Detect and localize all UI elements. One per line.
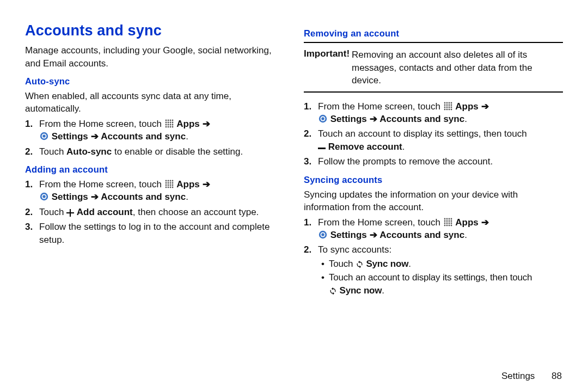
svg-point-20 <box>167 180 169 182</box>
apps-grid-icon <box>443 101 453 111</box>
heading-adding: Adding an account <box>25 163 284 176</box>
svg-point-5 <box>167 121 169 123</box>
svg-point-50 <box>444 108 445 110</box>
sync-icon <box>356 260 364 268</box>
svg-point-60 <box>448 218 450 219</box>
svg-point-46 <box>444 106 445 108</box>
step-text: Touch an account to display its settings… <box>329 272 532 283</box>
important-label: Important! <box>304 48 350 59</box>
svg-point-66 <box>444 222 445 224</box>
list-item: 1. From the Home screen, touch Apps ➔ Se… <box>318 100 563 126</box>
svg-point-18 <box>42 135 45 138</box>
accounts-label: Accounts and sync <box>379 230 464 240</box>
svg-point-2 <box>169 119 171 121</box>
svg-point-11 <box>171 124 173 125</box>
intro-text: Manage accounts, including your Google, … <box>25 44 284 70</box>
svg-point-19 <box>165 180 167 182</box>
list-item: 2. Touch Auto-sync to enable or disable … <box>39 145 284 158</box>
settings-gear-icon <box>318 230 328 240</box>
auto-sync-desc: When enabled, all accounts sync data at … <box>25 90 284 115</box>
svg-point-44 <box>448 104 450 106</box>
svg-point-30 <box>171 185 173 186</box>
svg-point-8 <box>165 124 167 125</box>
list-item: 2. Touch an account to display its setti… <box>318 127 563 153</box>
plus-icon <box>66 209 74 217</box>
svg-point-26 <box>171 182 173 184</box>
remove-account-label: Remove account <box>328 142 402 152</box>
settings-label: Settings <box>52 192 88 202</box>
arrow-icon: ➔ <box>203 119 210 129</box>
step-text: From the Home screen, touch <box>39 179 164 189</box>
heading-syncing: Syncing accounts <box>304 174 563 186</box>
settings-label: Settings <box>52 131 88 142</box>
svg-point-23 <box>165 182 167 184</box>
svg-point-43 <box>446 104 448 106</box>
svg-point-73 <box>450 224 452 226</box>
step-text: To sync accounts: <box>318 244 391 255</box>
svg-point-59 <box>446 218 448 219</box>
apps-grid-icon <box>443 217 453 227</box>
right-column: Removing an account Important! Removing … <box>304 21 563 299</box>
footer-page-number: 88 <box>552 371 562 381</box>
sync-icon <box>329 287 337 295</box>
list-item: 2. To sync accounts: Touch Sync now. Tou… <box>318 243 563 297</box>
svg-point-9 <box>167 124 169 125</box>
svg-point-61 <box>450 218 452 219</box>
svg-point-47 <box>446 106 448 108</box>
heading-removing: Removing an account <box>304 27 563 40</box>
apps-label: Apps <box>455 217 479 228</box>
list-item: 2. Touch Add account, then choose an acc… <box>39 206 284 218</box>
arrow-icon: ➔ <box>91 192 99 202</box>
svg-point-24 <box>167 182 169 184</box>
step-text: Follow the prompts to remove the account… <box>318 156 493 167</box>
accounts-label: Accounts and sync <box>101 192 186 202</box>
svg-point-33 <box>169 187 171 188</box>
svg-point-69 <box>450 222 452 224</box>
svg-point-71 <box>446 224 448 226</box>
page-footer: Settings 88 <box>501 370 562 382</box>
svg-point-70 <box>444 224 445 226</box>
step-text: Touch <box>39 207 66 217</box>
settings-gear-icon <box>39 131 49 141</box>
svg-point-22 <box>171 180 173 182</box>
list-item: 1. From the Home screen, touch Apps ➔ Se… <box>39 118 284 143</box>
heading-auto-sync: Auto-sync <box>25 75 284 88</box>
svg-point-39 <box>446 102 448 103</box>
apps-label: Apps <box>176 119 200 129</box>
svg-point-42 <box>444 104 445 106</box>
step-text: From the Home screen, touch <box>318 101 443 112</box>
apps-grid-icon <box>164 179 174 189</box>
svg-point-49 <box>450 106 452 108</box>
svg-point-65 <box>450 220 452 222</box>
svg-point-38 <box>444 102 445 103</box>
svg-point-62 <box>444 220 445 222</box>
svg-point-10 <box>169 124 171 125</box>
settings-gear-icon <box>39 192 49 201</box>
apps-grid-icon <box>164 119 174 128</box>
step-text: , then choose an account type. <box>133 207 259 217</box>
svg-point-68 <box>448 222 450 224</box>
settings-gear-icon <box>318 114 328 124</box>
svg-point-48 <box>448 106 450 108</box>
left-column: Accounts and sync Manage accounts, inclu… <box>25 21 284 299</box>
step-text: Touch an account to display its settings… <box>318 128 527 139</box>
bold-label: Auto-sync <box>66 146 112 157</box>
svg-point-29 <box>169 185 171 186</box>
svg-point-51 <box>446 108 448 110</box>
arrow-icon: ➔ <box>370 230 377 240</box>
svg-point-15 <box>171 126 173 127</box>
list-item: 3. Follow the settings to log in to the … <box>39 220 284 246</box>
arrow-icon: ➔ <box>91 131 99 142</box>
svg-point-40 <box>448 102 450 103</box>
arrow-icon: ➔ <box>481 101 489 112</box>
svg-point-58 <box>444 218 445 219</box>
svg-point-31 <box>165 187 167 188</box>
step-text: From the Home screen, touch <box>318 217 443 228</box>
svg-point-34 <box>171 187 173 188</box>
svg-point-25 <box>169 182 171 184</box>
svg-point-64 <box>448 220 450 222</box>
settings-label: Settings <box>330 230 367 240</box>
svg-point-45 <box>450 104 452 106</box>
accounts-label: Accounts and sync <box>101 131 186 142</box>
svg-point-14 <box>169 126 171 127</box>
